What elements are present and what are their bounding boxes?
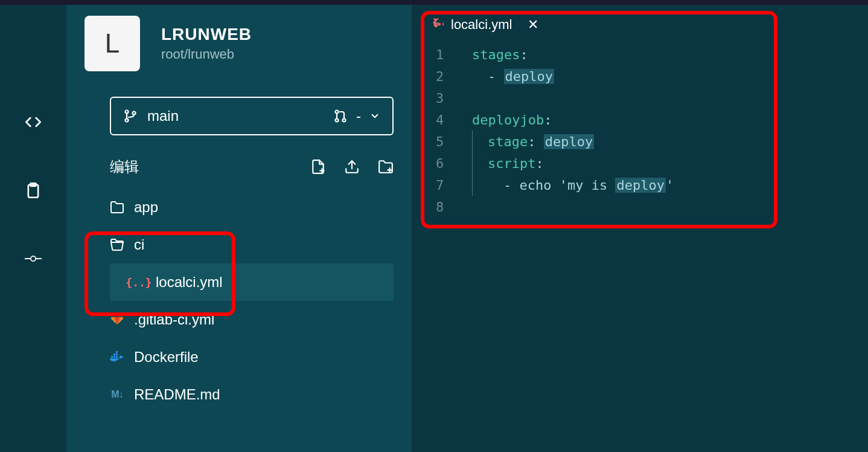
top-bar xyxy=(0,0,868,5)
tree-item-label: ci xyxy=(134,236,144,253)
activity-bar xyxy=(0,5,66,452)
tree-item-localci-yml[interactable]: {..}localci.yml xyxy=(110,263,394,301)
line-number: 6 xyxy=(436,156,472,171)
branch-name: main xyxy=(147,108,179,124)
yaml-file-icon: {..} xyxy=(432,17,444,33)
tab-filename: localci.yml xyxy=(451,17,512,33)
chevron-down-icon xyxy=(369,111,380,121)
upload-icon[interactable] xyxy=(344,159,360,175)
gitlab-icon xyxy=(110,312,124,327)
line-content: stages: xyxy=(472,47,528,62)
line-content: script: xyxy=(472,152,544,174)
file-explorer-sidebar: L LRUNWEB root/lrunweb main - 编辑 xyxy=(66,5,412,452)
clipboard-icon[interactable] xyxy=(25,182,42,199)
tree-item-label: README.md xyxy=(134,386,220,403)
merge-request-count: - xyxy=(356,108,361,124)
tree-item--gitlab-ci-yml[interactable]: .gitlab-ci.yml xyxy=(110,301,394,338)
project-name: LRUNWEB xyxy=(161,25,252,44)
code-line: 3 xyxy=(436,87,868,109)
folder-icon xyxy=(110,200,124,215)
tree-item-label: app xyxy=(134,199,158,216)
svg-rect-20 xyxy=(116,354,118,355)
line-number: 2 xyxy=(436,69,472,84)
line-content: - deploy xyxy=(472,69,554,84)
code-line: 6script: xyxy=(436,152,868,174)
folder-open-icon xyxy=(110,237,124,252)
editor-tab[interactable]: {..} localci.yml ✕ xyxy=(432,17,538,33)
line-content: stage: deploy xyxy=(472,131,594,152)
code-editor[interactable]: 1stages:2- deploy34deployjob:5stage: dep… xyxy=(412,34,868,218)
tree-item-label: localci.yml xyxy=(156,274,223,291)
code-line: 4deployjob: xyxy=(436,109,868,131)
svg-text:{..}: {..} xyxy=(433,18,444,27)
commit-icon[interactable] xyxy=(25,250,42,267)
project-path: root/lrunweb xyxy=(161,47,252,62)
code-line: 7- echo 'my is deploy' xyxy=(436,174,868,196)
line-number: 8 xyxy=(436,199,472,215)
editor-tab-bar: {..} localci.yml ✕ xyxy=(412,5,868,34)
tree-item-readme-md[interactable]: M↓README.md xyxy=(110,376,394,413)
line-number: 3 xyxy=(436,91,472,106)
tree-item-label: .gitlab-ci.yml xyxy=(134,311,214,328)
svg-rect-19 xyxy=(113,354,115,355)
svg-rect-21 xyxy=(116,351,118,353)
line-number: 7 xyxy=(436,178,472,193)
close-icon[interactable]: ✕ xyxy=(528,17,538,33)
branch-selector[interactable]: main - xyxy=(110,97,394,135)
new-folder-icon[interactable] xyxy=(378,159,394,175)
merge-request-icon xyxy=(333,109,348,123)
line-content: - echo 'my is deploy' xyxy=(472,174,674,196)
new-file-icon[interactable] xyxy=(310,159,326,175)
code-line: 1stages: xyxy=(436,44,868,65)
code-icon[interactable] xyxy=(25,114,42,131)
yaml-icon: {..} xyxy=(132,275,146,289)
markdown-icon: M↓ xyxy=(110,387,124,402)
svg-point-2 xyxy=(31,256,36,261)
svg-rect-16 xyxy=(111,356,113,358)
tree-item-app[interactable]: app xyxy=(110,189,394,226)
file-tree: appci{..}localci.yml.gitlab-ci.ymlDocker… xyxy=(110,189,394,413)
line-number: 5 xyxy=(436,134,472,149)
docker-icon xyxy=(110,350,124,364)
project-header: L LRUNWEB root/lrunweb xyxy=(85,16,394,71)
svg-rect-17 xyxy=(113,356,115,358)
code-line: 8 xyxy=(436,196,868,218)
line-number: 4 xyxy=(436,112,472,128)
code-line: 5stage: deploy xyxy=(436,131,868,152)
line-content: deployjob: xyxy=(472,112,552,128)
svg-rect-18 xyxy=(116,356,118,358)
line-number: 1 xyxy=(436,47,472,62)
edit-section-label: 编辑 xyxy=(110,157,139,176)
tree-item-ci[interactable]: ci xyxy=(110,226,394,263)
code-line: 2- deploy xyxy=(436,65,868,87)
project-avatar: L xyxy=(85,16,140,71)
branch-icon xyxy=(123,109,138,123)
editor-area: {..} localci.yml ✕ 1stages:2- deploy34de… xyxy=(412,5,868,452)
tree-item-label: Dockerfile xyxy=(134,349,199,366)
tree-item-dockerfile[interactable]: Dockerfile xyxy=(110,338,394,376)
